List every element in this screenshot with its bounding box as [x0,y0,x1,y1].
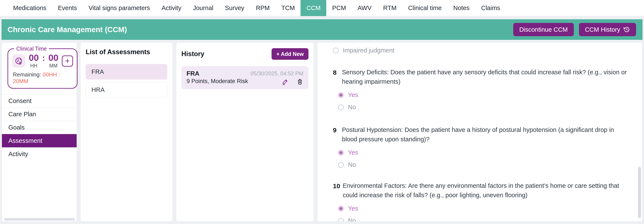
add-time-button[interactable]: + [62,55,73,67]
sidebar-menu: Consent Care Plan Goals Assessment Activ… [2,94,77,161]
radio-unselected-icon[interactable] [338,218,344,222]
minutes-unit-label: MM [49,63,58,69]
clinical-time-minutes: 00 MM [48,53,58,69]
question-9-options: Yes No [338,149,632,168]
radio-selected-icon[interactable] [338,92,344,98]
ccm-sidebar: Clinical Time $ 00 HH : [2,42,77,222]
content-area: Clinical Time $ 00 HH : [2,42,642,222]
ccm-history-label: CCM History [585,26,620,33]
assessments-list: FRA HRA [86,64,167,98]
option-label[interactable]: No [348,161,356,168]
history-clock-icon [623,26,630,33]
option-no[interactable]: No [338,104,632,111]
add-new-button[interactable]: + Add New [272,48,308,60]
option-no[interactable]: No [338,161,632,168]
page-title: Chronic Care Management (CCM) [8,25,127,34]
option-no[interactable]: No [338,217,632,222]
question-7-options: Impaired judgment [327,47,632,54]
history-entry-card[interactable]: FRA 05/30/2025, 04:52 PM 9 Points, Moder… [182,66,308,89]
assessments-title: List of Assessments [86,48,167,56]
tab-awv[interactable]: AWV [352,0,378,16]
ccm-history-button[interactable]: CCM History [579,23,636,36]
option-yes[interactable]: Yes [338,92,632,99]
tab-notes[interactable]: Notes [447,0,475,16]
clinical-time-legend: Clinical Time [14,46,49,52]
tab-claims[interactable]: Claims [475,0,506,16]
radio-unselected-icon[interactable] [338,162,344,168]
radio-selected-icon[interactable] [338,150,344,155]
sidebar-item-assessment[interactable]: Assessment [2,134,77,147]
sidebar-item-activity[interactable]: Activity [2,147,77,161]
question-text: Postural Hypotension: Does the patient h… [342,125,631,144]
sidebar-item-care-plan[interactable]: Care Plan [2,108,77,121]
header-actions: Discontinue CCM CCM History [513,23,636,36]
option-impaired-judgment[interactable]: Impaired judgment [333,47,632,54]
question-8-options: Yes No [338,92,632,111]
tab-medications[interactable]: Medications [7,0,52,16]
tab-tcm[interactable]: TCM [276,0,300,16]
tab-vital-signs-parameters[interactable]: Vital signs parameters [83,0,156,16]
history-entry-name: FRA [186,70,200,77]
tab-activity[interactable]: Activity [156,0,187,16]
question-text: Environmental Factors: Are there any env… [342,181,631,200]
ccm-page: Medications Events Vital signs parameter… [0,0,644,224]
svg-text:$: $ [19,61,21,65]
tab-events[interactable]: Events [52,0,83,16]
option-label[interactable]: Yes [348,205,358,212]
assessments-panel: List of Assessments FRA HRA [80,42,172,222]
delete-icon[interactable] [296,78,303,85]
minutes-value: 00 [48,53,58,63]
hours-unit-label: HH [30,63,37,69]
edit-icon[interactable] [282,78,289,85]
history-entry-timestamp: 05/30/2025, 04:52 PM [250,70,303,77]
tab-ccm[interactable]: CCM [300,0,326,16]
radio-unselected-icon[interactable] [338,105,344,110]
tab-survey[interactable]: Survey [219,0,250,16]
tab-pcm[interactable]: PCM [326,0,352,16]
clock-dollar-icon: $ [12,54,25,68]
option-yes[interactable]: Yes [338,149,632,156]
discontinue-ccm-button[interactable]: Discontinue CCM [513,23,574,36]
option-label[interactable]: No [348,217,356,222]
assessment-item-hra[interactable]: HRA [86,82,167,98]
tab-journal[interactable]: Journal [187,0,219,16]
tab-rtm[interactable]: RTM [378,0,402,16]
clinical-time-widget: Clinical Time $ 00 HH : [8,46,78,89]
sidebar-item-goals[interactable]: Goals [2,121,77,134]
option-label[interactable]: Impaired judgment [343,47,394,54]
history-header: History + Add New [182,48,308,60]
option-yes[interactable]: Yes [338,205,632,212]
discontinue-ccm-label: Discontinue CCM [519,26,568,33]
radio-selected-icon[interactable] [338,206,344,211]
questionnaire-vertical-scrollbar[interactable] [638,167,641,218]
sidebar-item-consent[interactable]: Consent [2,94,77,108]
clinical-time-hours: 00 HH [29,53,39,69]
question-9: 9 Postural Hypotension: Does the patient… [327,125,632,168]
question-number: 9 [333,125,340,144]
option-label[interactable]: Yes [348,92,358,99]
history-entry-summary: 9 Points, Moderate Risk [186,78,248,85]
remaining-label: Remaining: [13,71,41,78]
question-8: 8 Sensory Deficits: Does the patient hav… [327,68,632,111]
assessment-item-fra[interactable]: FRA [86,64,167,80]
history-title: History [182,50,204,58]
time-colon: : [42,54,45,63]
question-text: Sensory Deficits: Does the patient have … [342,68,631,86]
question-10: 10 Environmental Factors: Are there any … [327,181,632,222]
history-panel: History + Add New FRA 05/30/2025, 04:52 … [176,42,314,222]
question-number: 10 [333,181,340,200]
option-label[interactable]: Yes [348,149,358,156]
radio-unselected-icon[interactable] [333,48,338,53]
tab-clinical-time[interactable]: Clinical time [402,0,447,16]
ccm-header: Chronic Care Management (CCM) Discontinu… [2,19,642,40]
sidebar-horizontal-scrollbar[interactable] [4,218,75,221]
tab-rpm[interactable]: RPM [250,0,276,16]
question-number: 8 [333,68,340,86]
remaining-time: Remaining: 00HH : 20MM [12,71,74,85]
hours-value: 00 [29,53,39,63]
questionnaire-panel: Impaired judgment 8 Sensory Deficits: Do… [317,42,642,222]
clinical-time-row: $ 00 HH : 00 MM + [12,53,74,69]
question-10-options: Yes No [338,205,632,222]
top-navigation: Medications Events Vital signs parameter… [0,0,644,16]
option-label[interactable]: No [348,104,356,111]
